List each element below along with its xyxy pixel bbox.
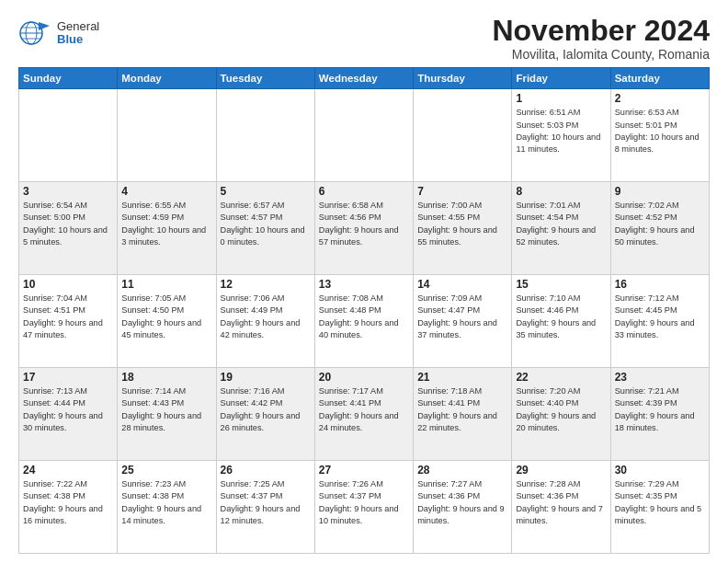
day-cell: 1Sunrise: 6:51 AMSunset: 5:03 PMDaylight… xyxy=(512,89,610,182)
day-cell: 23Sunrise: 7:21 AMSunset: 4:39 PMDayligh… xyxy=(610,368,709,461)
logo: General Blue xyxy=(18,18,99,48)
day-number: 23 xyxy=(615,371,705,384)
day-number: 14 xyxy=(417,278,507,291)
day-number: 16 xyxy=(615,278,705,291)
logo-blue-text: Blue xyxy=(57,33,99,46)
week-row-5: 24Sunrise: 7:22 AMSunset: 4:38 PMDayligh… xyxy=(19,461,710,554)
day-number: 22 xyxy=(516,371,606,384)
week-row-4: 17Sunrise: 7:13 AMSunset: 4:44 PMDayligh… xyxy=(19,368,710,461)
day-number: 7 xyxy=(417,185,507,198)
day-cell: 18Sunrise: 7:14 AMSunset: 4:43 PMDayligh… xyxy=(118,368,216,461)
day-number: 27 xyxy=(319,464,409,477)
day-number: 2 xyxy=(615,92,705,105)
day-number: 3 xyxy=(23,185,113,198)
day-info: Sunrise: 7:28 AMSunset: 4:36 PMDaylight:… xyxy=(516,478,606,527)
day-number: 5 xyxy=(221,185,311,198)
title-block: November 2024 Movilita, Ialomita County,… xyxy=(492,15,710,62)
month-title: November 2024 xyxy=(492,15,710,47)
location: Movilita, Ialomita County, Romania xyxy=(492,47,710,62)
day-info: Sunrise: 7:06 AMSunset: 4:49 PMDaylight:… xyxy=(221,293,311,341)
day-info: Sunrise: 6:55 AMSunset: 4:59 PMDaylight:… xyxy=(121,200,211,248)
header-sunday: Sunday xyxy=(19,68,118,89)
day-info: Sunrise: 7:10 AMSunset: 4:46 PMDaylight:… xyxy=(516,293,606,341)
day-info: Sunrise: 7:01 AMSunset: 4:54 PMDaylight:… xyxy=(516,200,606,248)
day-cell: 21Sunrise: 7:18 AMSunset: 4:41 PMDayligh… xyxy=(414,368,512,461)
day-cell: 15Sunrise: 7:10 AMSunset: 4:46 PMDayligh… xyxy=(512,275,610,368)
header-friday: Friday xyxy=(512,68,610,89)
page: General Blue November 2024 Movilita, Ial… xyxy=(0,0,728,563)
week-row-2: 3Sunrise: 6:54 AMSunset: 5:00 PMDaylight… xyxy=(19,182,710,275)
header-wednesday: Wednesday xyxy=(314,68,413,89)
day-number: 18 xyxy=(121,371,211,384)
day-info: Sunrise: 7:16 AMSunset: 4:42 PMDaylight:… xyxy=(221,385,311,434)
day-number: 25 xyxy=(121,464,211,477)
day-cell: 27Sunrise: 7:26 AMSunset: 4:37 PMDayligh… xyxy=(314,461,413,554)
day-info: Sunrise: 7:26 AMSunset: 4:37 PMDaylight:… xyxy=(319,478,409,527)
day-cell: 19Sunrise: 7:16 AMSunset: 4:42 PMDayligh… xyxy=(216,368,314,461)
day-info: Sunrise: 7:25 AMSunset: 4:37 PMDaylight:… xyxy=(221,478,311,527)
day-cell xyxy=(314,89,413,182)
day-info: Sunrise: 7:23 AMSunset: 4:38 PMDaylight:… xyxy=(121,478,211,527)
day-number: 20 xyxy=(319,371,409,384)
day-number: 9 xyxy=(615,185,705,198)
day-number: 11 xyxy=(121,278,211,291)
header-saturday: Saturday xyxy=(610,68,709,89)
week-row-3: 10Sunrise: 7:04 AMSunset: 4:51 PMDayligh… xyxy=(19,275,710,368)
day-cell: 25Sunrise: 7:23 AMSunset: 4:38 PMDayligh… xyxy=(118,461,216,554)
day-cell: 7Sunrise: 7:00 AMSunset: 4:55 PMDaylight… xyxy=(414,182,512,275)
day-cell: 20Sunrise: 7:17 AMSunset: 4:41 PMDayligh… xyxy=(314,368,413,461)
day-info: Sunrise: 7:08 AMSunset: 4:48 PMDaylight:… xyxy=(319,293,409,341)
day-number: 29 xyxy=(516,464,606,477)
day-info: Sunrise: 6:51 AMSunset: 5:03 PMDaylight:… xyxy=(516,107,606,155)
day-cell: 4Sunrise: 6:55 AMSunset: 4:59 PMDaylight… xyxy=(118,182,216,275)
day-cell: 26Sunrise: 7:25 AMSunset: 4:37 PMDayligh… xyxy=(216,461,314,554)
day-cell: 16Sunrise: 7:12 AMSunset: 4:45 PMDayligh… xyxy=(610,275,709,368)
day-info: Sunrise: 7:13 AMSunset: 4:44 PMDaylight:… xyxy=(23,385,113,434)
day-info: Sunrise: 6:54 AMSunset: 5:00 PMDaylight:… xyxy=(23,200,113,248)
day-cell: 30Sunrise: 7:29 AMSunset: 4:35 PMDayligh… xyxy=(610,461,709,554)
day-number: 10 xyxy=(23,278,113,291)
week-row-1: 1Sunrise: 6:51 AMSunset: 5:03 PMDaylight… xyxy=(19,89,710,182)
day-cell: 9Sunrise: 7:02 AMSunset: 4:52 PMDaylight… xyxy=(610,182,709,275)
day-cell xyxy=(118,89,216,182)
header-monday: Monday xyxy=(118,68,216,89)
day-cell: 11Sunrise: 7:05 AMSunset: 4:50 PMDayligh… xyxy=(118,275,216,368)
header: General Blue November 2024 Movilita, Ial… xyxy=(18,15,710,62)
day-cell: 14Sunrise: 7:09 AMSunset: 4:47 PMDayligh… xyxy=(414,275,512,368)
day-cell: 12Sunrise: 7:06 AMSunset: 4:49 PMDayligh… xyxy=(216,275,314,368)
logo-icon xyxy=(18,18,53,48)
day-info: Sunrise: 7:21 AMSunset: 4:39 PMDaylight:… xyxy=(615,385,705,434)
calendar-table: Sunday Monday Tuesday Wednesday Thursday… xyxy=(18,67,710,554)
day-info: Sunrise: 7:12 AMSunset: 4:45 PMDaylight:… xyxy=(615,293,705,341)
day-number: 13 xyxy=(319,278,409,291)
day-number: 28 xyxy=(417,464,507,477)
day-info: Sunrise: 7:14 AMSunset: 4:43 PMDaylight:… xyxy=(121,385,211,434)
logo-general-text: General xyxy=(57,20,99,33)
logo-text: General Blue xyxy=(57,20,99,47)
day-number: 8 xyxy=(516,185,606,198)
day-cell: 5Sunrise: 6:57 AMSunset: 4:57 PMDaylight… xyxy=(216,182,314,275)
day-info: Sunrise: 7:27 AMSunset: 4:36 PMDaylight:… xyxy=(417,478,507,527)
day-cell: 6Sunrise: 6:58 AMSunset: 4:56 PMDaylight… xyxy=(314,182,413,275)
day-number: 4 xyxy=(121,185,211,198)
day-info: Sunrise: 7:18 AMSunset: 4:41 PMDaylight:… xyxy=(417,385,507,434)
day-cell xyxy=(216,89,314,182)
day-info: Sunrise: 7:20 AMSunset: 4:40 PMDaylight:… xyxy=(516,385,606,434)
day-info: Sunrise: 7:04 AMSunset: 4:51 PMDaylight:… xyxy=(23,293,113,341)
day-info: Sunrise: 6:58 AMSunset: 4:56 PMDaylight:… xyxy=(319,200,409,248)
day-info: Sunrise: 7:00 AMSunset: 4:55 PMDaylight:… xyxy=(417,200,507,248)
day-number: 1 xyxy=(516,92,606,105)
day-info: Sunrise: 6:53 AMSunset: 5:01 PMDaylight:… xyxy=(615,107,705,155)
day-cell: 28Sunrise: 7:27 AMSunset: 4:36 PMDayligh… xyxy=(414,461,512,554)
day-info: Sunrise: 7:09 AMSunset: 4:47 PMDaylight:… xyxy=(417,293,507,341)
day-number: 19 xyxy=(221,371,311,384)
day-number: 24 xyxy=(23,464,113,477)
day-number: 30 xyxy=(615,464,705,477)
day-cell: 2Sunrise: 6:53 AMSunset: 5:01 PMDaylight… xyxy=(610,89,709,182)
day-number: 15 xyxy=(516,278,606,291)
day-cell xyxy=(19,89,118,182)
day-info: Sunrise: 7:17 AMSunset: 4:41 PMDaylight:… xyxy=(319,385,409,434)
day-info: Sunrise: 7:22 AMSunset: 4:38 PMDaylight:… xyxy=(23,478,113,527)
day-number: 12 xyxy=(221,278,311,291)
day-number: 17 xyxy=(23,371,113,384)
